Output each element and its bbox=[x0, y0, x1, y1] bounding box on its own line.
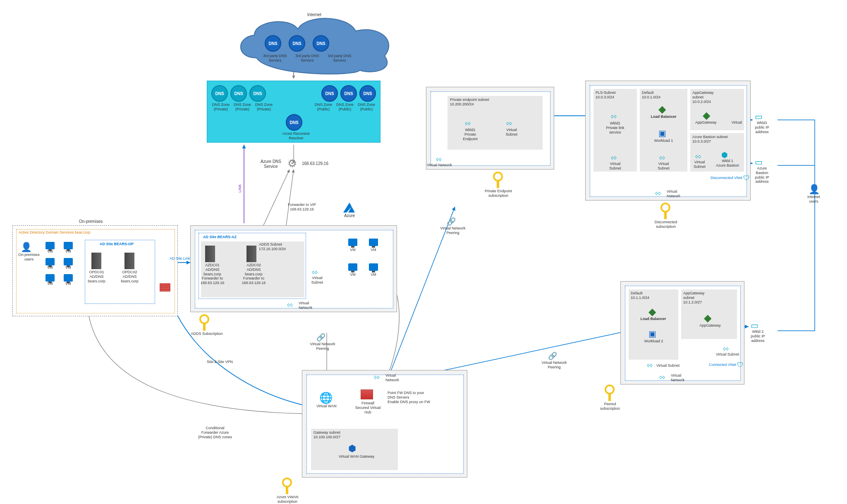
azure-dns-pane: DNS DNS DNS DNS Zone (Private) DNS Zone … bbox=[207, 81, 380, 143]
peering-label: Virtual Network Peering bbox=[538, 361, 571, 370]
server-icon bbox=[205, 246, 215, 262]
lb2-label: Load Balancer bbox=[638, 317, 669, 321]
ip-icon bbox=[755, 116, 763, 120]
vm-label: VM bbox=[64, 282, 73, 286]
internet-users: Internet users bbox=[809, 184, 820, 195]
vsubnet-icon bbox=[311, 270, 317, 275]
appgw-subnet: AppGateway subnet 10.0.2.0/24 AppGateway… bbox=[690, 89, 744, 130]
pe-subnet-label: Private endpoint subnet 10.200.200/24 bbox=[450, 98, 489, 107]
s2s-label: Site-2-Site VPN bbox=[207, 360, 233, 364]
hub-sub-key: Azure VWAN subscription bbox=[281, 478, 293, 494]
virtual-label: Virtual bbox=[732, 120, 742, 125]
pls-icon bbox=[610, 112, 622, 120]
key-icon bbox=[199, 314, 210, 331]
vnet-label: Virtual Network bbox=[427, 163, 460, 167]
vm-label: VM bbox=[45, 249, 55, 254]
vnet-icon bbox=[286, 303, 292, 308]
key-icon bbox=[492, 172, 504, 188]
internet-title: Internet bbox=[302, 12, 327, 17]
default-subnet: Default 10.0.1.0/24 Load Balancer Worklo… bbox=[640, 89, 687, 172]
vm-icon bbox=[45, 242, 55, 249]
hub-box: Virtual Network Virtual WAN Firewall Sec… bbox=[302, 370, 467, 478]
dns-server-label: 3rd party DNS Servers bbox=[261, 54, 290, 63]
sub-label: Azure VWAN subscription bbox=[271, 495, 304, 504]
dns-zone-icon: DNS bbox=[321, 85, 338, 102]
pe-icon bbox=[464, 122, 470, 126]
dns-zone-icon: DNS bbox=[359, 85, 376, 102]
pe-sub-key: Private Endpoint subscription bbox=[492, 172, 504, 188]
ip3-label: Wkld 2 public IP address bbox=[747, 330, 769, 343]
dns-zone-icon: DNS bbox=[340, 85, 357, 102]
vnet-icon bbox=[373, 375, 379, 380]
vsubnet-label: Virtual Subnet bbox=[307, 276, 328, 285]
dns-server-label: 3rd party DNS Servers bbox=[293, 54, 322, 63]
vsubnet-label: Virtual Subnet bbox=[652, 162, 675, 171]
server-icon bbox=[124, 253, 134, 269]
adsite-op: AD Site BEARS-OP OPDC01 AD/DNS bears.cor… bbox=[85, 240, 155, 304]
dc-label: AZDC02 AD/DNS bears.corp Forwarder to 16… bbox=[238, 263, 269, 285]
pe-subnet: Private endpoint subnet 10.200.200/24 Wk… bbox=[447, 96, 543, 150]
vnet-icon bbox=[658, 375, 664, 380]
internet-users-label: Internet users bbox=[802, 195, 825, 204]
ad-domain-box: Active Directory Domain Services bear.co… bbox=[16, 229, 175, 313]
internet-cloud: Internet DNS DNS DNS 3rd party DNS Serve… bbox=[232, 12, 397, 75]
vnet-label: Virtual Network bbox=[667, 189, 680, 198]
peering-icon bbox=[548, 355, 557, 359]
pls-subnet: PLS-Subnet 10.0.3.0/24 Wkld1 Private lin… bbox=[593, 89, 637, 172]
disc-sub-key: Disconnected subscription bbox=[660, 203, 671, 219]
cond-fwd-label: Conditional Forwarder Azure (Private) DN… bbox=[194, 426, 236, 439]
link-label: LINK bbox=[238, 184, 242, 192]
gear-icon bbox=[287, 157, 297, 170]
fw-note: Point FW DNS to your DNS Servers Enable … bbox=[388, 391, 450, 404]
vm-label: VM bbox=[369, 272, 378, 277]
firewall-brick-icon bbox=[160, 283, 170, 291]
gw-subnet-box: Gateway subnet 10.100.100.0/27 Virtual W… bbox=[311, 429, 398, 470]
bastion-subnet-label: Azure Bastion subnet 10.0.3.0/27 bbox=[692, 135, 728, 144]
disc-vnet-label: Disconnected VNet bbox=[711, 176, 742, 180]
appgw-subnet2: AppGateway subnet 10.1.2.0/27 AppGateway bbox=[681, 289, 737, 339]
vm-icon bbox=[369, 263, 378, 271]
firewall-icon bbox=[361, 389, 373, 399]
sub-label: ADDS Subscription bbox=[186, 332, 227, 336]
adsite-op-title: AD Site BEARS-OP bbox=[100, 242, 134, 246]
vm-label: VM bbox=[348, 272, 357, 277]
vm-label: VM bbox=[64, 265, 73, 270]
vsubnet-icon bbox=[505, 122, 511, 126]
appgw-icon bbox=[704, 312, 711, 324]
zone-label: DNS Zone (Private) bbox=[254, 103, 273, 112]
zone-label: DNS Zone (Private) bbox=[211, 103, 230, 112]
key-icon bbox=[660, 203, 671, 219]
resolver-label: Azure Recursive Resolver bbox=[278, 131, 315, 141]
onprem-title: On-premises bbox=[79, 219, 103, 224]
user-icon bbox=[21, 246, 32, 251]
vm-icon bbox=[64, 274, 73, 282]
vm-icon bbox=[64, 242, 73, 249]
peering-label: Virtual Network Peering bbox=[306, 342, 339, 351]
peered-vnet: Default 10.1.1.0/24 Load Balancer Worklo… bbox=[625, 286, 741, 381]
vsubnet-icon bbox=[722, 347, 728, 351]
onprem-box: On-premises Active Directory Domain Serv… bbox=[12, 225, 178, 316]
zone-label: DNS Zone (Public) bbox=[335, 103, 354, 112]
wl-label: Workload 1 bbox=[650, 139, 677, 143]
adds-sub-box: AD Site BEARS-AZ ADDS Subnet 172.16.100.… bbox=[190, 225, 397, 312]
vm-icon bbox=[348, 239, 357, 246]
azure-dns-title: Azure DNS Service bbox=[256, 159, 285, 169]
shield-icon bbox=[737, 361, 744, 369]
peering-adds-hub: Virtual Network Peering bbox=[316, 333, 325, 342]
vm-icon bbox=[64, 258, 73, 265]
disc-vnet: PLS-Subnet 10.0.3.0/24 Wkld1 Private lin… bbox=[590, 85, 747, 197]
dns-zone-icon: DNS bbox=[211, 85, 228, 102]
vnet-label: Virtual Network bbox=[299, 301, 312, 310]
appgw-label: AppGateway bbox=[695, 120, 717, 125]
appgw-subnet-label: AppGateway subnet 10.0.2.0/24 bbox=[692, 91, 714, 104]
vm-icon bbox=[45, 258, 55, 265]
forwarder-label: Forwarder to VIP 168.63.129.16 bbox=[281, 203, 323, 212]
vsubnet-label: Virtual Subnet bbox=[604, 162, 627, 171]
dns-zone-icon: DNS bbox=[230, 85, 247, 102]
wl2-label: Workload 2 bbox=[640, 339, 667, 344]
gateway-icon bbox=[348, 443, 356, 454]
peering-icon bbox=[447, 220, 456, 225]
dc-label: AZDC01 AD/DNS bears.corp Forwarder to 16… bbox=[197, 263, 228, 285]
sub-label: Disconnected subscription bbox=[647, 220, 684, 229]
vm-grid: VM VM VM VM VM VM bbox=[45, 242, 78, 286]
